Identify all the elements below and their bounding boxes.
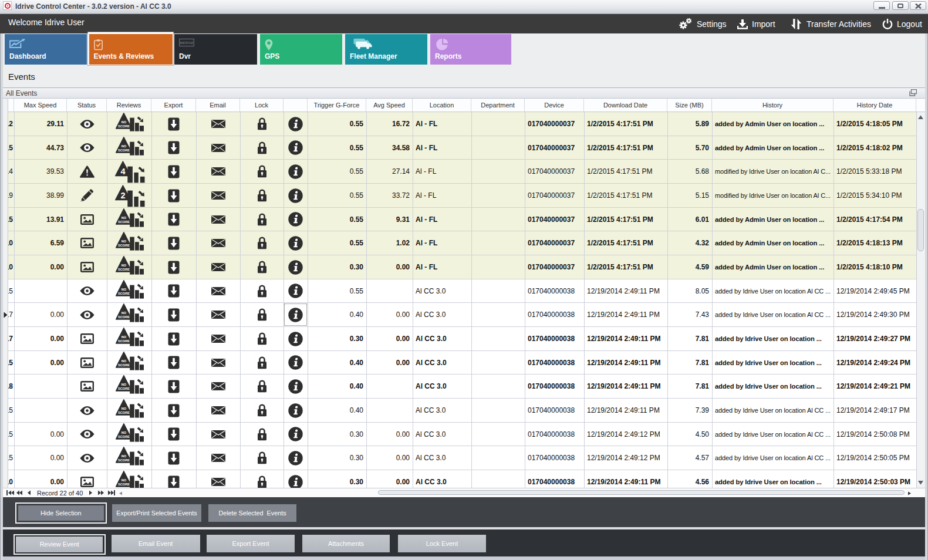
svg-text:SCORE: SCORE [118, 268, 130, 271]
svg-text:NO: NO [122, 120, 127, 124]
svg-text:NO: NO [122, 454, 127, 458]
svg-text:NO: NO [122, 311, 127, 315]
svg-text:SCORE: SCORE [118, 339, 130, 343]
svg-text:NO: NO [122, 335, 127, 339]
svg-text:SCORE: SCORE [118, 483, 130, 486]
svg-text:NO: NO [122, 407, 127, 410]
svg-text:MERGE: MERGE [180, 41, 194, 45]
svg-text:SCORE: SCORE [118, 292, 130, 295]
svg-text:NO: NO [122, 144, 127, 148]
svg-text:NO: NO [122, 264, 127, 267]
svg-text:NO: NO [122, 288, 127, 291]
svg-text:NO: NO [122, 431, 127, 434]
svg-text:SCORE: SCORE [118, 411, 130, 414]
svg-text:4: 4 [121, 167, 126, 176]
svg-text:NO: NO [122, 478, 127, 482]
svg-text:SCORE: SCORE [118, 458, 130, 462]
svg-text:NO: NO [122, 359, 127, 363]
svg-text:SCORE: SCORE [118, 244, 130, 247]
svg-text:SCORE: SCORE [118, 435, 130, 438]
svg-text:NO: NO [122, 383, 127, 386]
svg-text:SCORE: SCORE [118, 363, 130, 367]
svg-text:SCORE: SCORE [118, 387, 130, 390]
svg-text:SCORE: SCORE [118, 149, 130, 152]
svg-text:NO: NO [122, 216, 127, 220]
svg-text:2: 2 [121, 191, 126, 200]
svg-text:SCORE: SCORE [118, 220, 130, 224]
svg-text:SCORE: SCORE [118, 315, 130, 319]
svg-text:SCORE: SCORE [118, 124, 130, 128]
svg-text:NO: NO [122, 239, 127, 243]
